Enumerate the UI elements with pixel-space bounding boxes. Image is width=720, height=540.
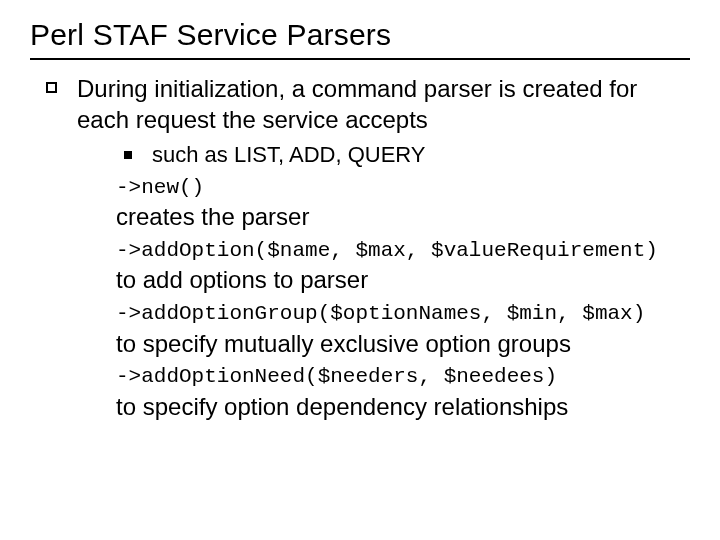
- sub-content: such as LIST, ADD, QUERY ->new() creates…: [116, 141, 690, 422]
- sub-bullet-text: such as LIST, ADD, QUERY: [152, 141, 425, 170]
- desc-new: creates the parser: [116, 202, 690, 233]
- code-addoptionneed: ->addOptionNeed($needers, $needees): [116, 363, 690, 391]
- title-underline: [30, 58, 690, 60]
- code-addoptiongroup: ->addOptionGroup($optionNames, $min, $ma…: [116, 300, 690, 328]
- bullet-text: During initialization, a command parser …: [77, 74, 690, 135]
- desc-addoption: to add options to parser: [116, 265, 690, 296]
- desc-addoptionneed: to specify option dependency relationshi…: [116, 392, 690, 423]
- code-addoption: ->addOption($name, $max, $valueRequireme…: [116, 237, 690, 265]
- desc-addoptiongroup: to specify mutually exclusive option gro…: [116, 329, 690, 360]
- code-new: ->new(): [116, 174, 690, 202]
- hollow-square-icon: [46, 82, 57, 93]
- bullet-level1: During initialization, a command parser …: [38, 74, 690, 135]
- bullet-level2: such as LIST, ADD, QUERY: [116, 141, 690, 170]
- filled-square-icon: [124, 151, 132, 159]
- slide-title: Perl STAF Service Parsers: [30, 18, 690, 52]
- slide: Perl STAF Service Parsers During initial…: [0, 0, 720, 540]
